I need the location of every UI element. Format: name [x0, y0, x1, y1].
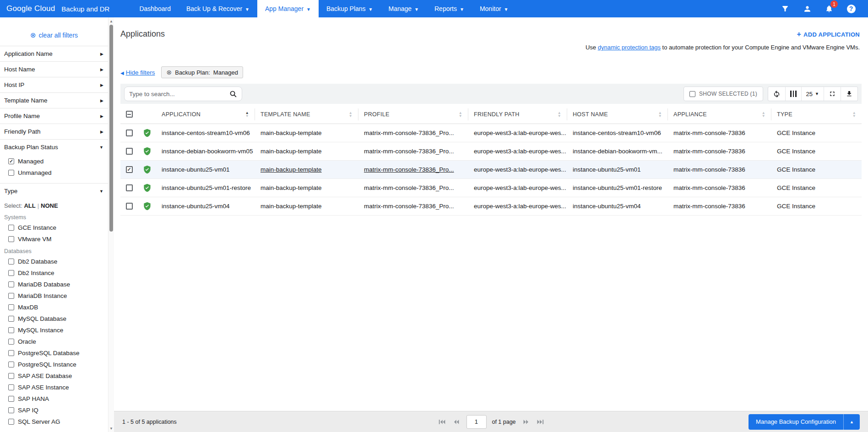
backup-plan-filter-chip[interactable]: Backup Plan: Managed	[161, 66, 243, 78]
column-header-profile[interactable]: PROFILE▲▼	[358, 108, 468, 120]
nav-item-manage[interactable]: Manage	[380, 0, 427, 17]
template-link[interactable]: main-backup-template	[260, 166, 322, 173]
sort-icons[interactable]: ▲▼	[241, 111, 249, 118]
checkbox-unmanaged[interactable]: Unmanaged	[0, 167, 108, 178]
checkbox-mysql-database[interactable]: MySQL Database	[0, 313, 108, 324]
checkbox-sap-iq[interactable]: SAP IQ	[0, 405, 108, 416]
search-input[interactable]	[129, 91, 229, 97]
search-icon[interactable]	[229, 90, 237, 98]
next-page-icon[interactable]	[521, 417, 532, 427]
table-row[interactable]: instance-ubuntu25-vm01-restore main-back…	[120, 179, 862, 197]
sort-icons[interactable]: ▲▼	[454, 111, 462, 118]
refresh-icon[interactable]	[768, 87, 785, 101]
page-number-input[interactable]	[466, 415, 486, 429]
sidebar-filter-template-name[interactable]: Template Name	[0, 92, 108, 108]
show-selected-button[interactable]: SHOW SELECTED (1)	[684, 86, 763, 101]
backup-plan-status-options: Managed Unmanaged	[0, 155, 108, 183]
page-size-select[interactable]: 25	[801, 87, 824, 101]
checkbox-db2-instance[interactable]: Db2 Instance	[0, 267, 108, 279]
manage-backup-configuration-button[interactable]: Manage Backup Configuration	[749, 414, 860, 430]
sort-icons[interactable]: ▲▼	[848, 111, 856, 118]
help-icon[interactable]: ?	[846, 4, 856, 14]
checkbox-postgresql-instance[interactable]: PostgreSQL Instance	[0, 359, 108, 370]
columns-icon[interactable]	[785, 87, 801, 101]
user-icon[interactable]	[802, 4, 812, 14]
checkbox-vmware-vm[interactable]: VMware VM	[0, 233, 108, 245]
show-selected-checkbox[interactable]	[689, 91, 695, 97]
sort-icons[interactable]: ▲▼	[344, 111, 353, 118]
fullscreen-icon[interactable]	[824, 87, 841, 101]
row-checkbox[interactable]	[126, 184, 133, 191]
clear-all-filters-button[interactable]: clear all filters	[0, 31, 108, 39]
column-header-host-name[interactable]: HOST NAME▲▼	[567, 108, 668, 120]
column-header-template-name[interactable]: TEMPLATE NAME▲▼	[255, 108, 358, 120]
chevron-up-icon[interactable]	[843, 414, 860, 430]
select-all-checkbox-cell[interactable]	[120, 108, 138, 120]
application-cell: instance-ubuntu25-vm01-restore	[156, 184, 255, 191]
row-checkbox[interactable]	[126, 148, 133, 155]
table-row[interactable]: instance-debian-bookworm-vm05 main-backu…	[120, 142, 862, 161]
nav-item-app-manager[interactable]: App Manager	[257, 0, 319, 17]
nav-item-back-up-recover[interactable]: Back Up & Recover	[179, 0, 257, 17]
notifications-icon[interactable]: 1	[824, 4, 834, 14]
checkbox-sap-ase-database[interactable]: SAP ASE Database	[0, 370, 108, 382]
column-header-friendly-path[interactable]: FRIENDLY PATH▲▼	[468, 108, 567, 120]
download-icon[interactable]	[841, 87, 857, 101]
last-page-icon[interactable]	[535, 417, 545, 427]
checkbox-maxdb[interactable]: MaxDB	[0, 302, 108, 313]
nav-item-backup-plans[interactable]: Backup Plans	[319, 0, 381, 17]
managed-checkbox[interactable]	[8, 158, 14, 164]
checkbox-managed[interactable]: Managed	[0, 156, 108, 167]
sidebar-filter-host-name[interactable]: Host Name	[0, 61, 108, 77]
checkbox-mysql-instance[interactable]: MySQL Instance	[0, 324, 108, 336]
column-header-application[interactable]: APPLICATION▲▼	[156, 108, 255, 120]
previous-page-icon[interactable]	[450, 417, 461, 427]
row-checkbox[interactable]	[126, 203, 133, 210]
select-none-link[interactable]: NONE	[41, 202, 58, 209]
checkbox-oracle[interactable]: Oracle	[0, 336, 108, 347]
profile-link[interactable]: matrix-mm-console-73836_Pro...	[364, 166, 454, 173]
checkbox-db2-database[interactable]: Db2 Database	[0, 256, 108, 267]
checkbox-sap-ase-instance[interactable]: SAP ASE Instance	[0, 382, 108, 393]
checkbox-postgresql-database[interactable]: PostgreSQL Database	[0, 347, 108, 359]
column-header-type[interactable]: TYPE▲▼	[771, 108, 862, 120]
checkbox-gce-instance[interactable]: GCE Instance	[0, 222, 108, 233]
scroll-up-arrow[interactable]	[108, 18, 114, 24]
add-application-button[interactable]: +ADD APPLICATION	[797, 30, 860, 38]
table-row[interactable]: instance-ubuntu25-vm04 main-backup-templ…	[120, 197, 862, 216]
checkbox-sql-server-ag[interactable]: SQL Server AG	[0, 416, 108, 427]
checkbox-mariadb-database[interactable]: MariaDB Database	[0, 279, 108, 290]
row-checkbox[interactable]	[126, 130, 133, 136]
sort-icons[interactable]: ▲▼	[757, 111, 765, 118]
nav-item-reports[interactable]: Reports	[427, 0, 472, 17]
hide-filters-link[interactable]: Hide filters	[120, 69, 155, 76]
first-page-icon[interactable]	[437, 417, 447, 427]
sort-icons[interactable]: ▲▼	[654, 111, 662, 118]
table-row[interactable]: instance-ubuntu25-vm01 main-backup-templ…	[120, 161, 862, 179]
sidebar-filter-profile-name[interactable]: Profile Name	[0, 108, 108, 124]
checkbox-mariadb-instance[interactable]: MariaDB Instance	[0, 290, 108, 302]
table-row[interactable]: instance-centos-stream10-vm06 main-backu…	[120, 124, 862, 142]
sidebar-filter-host-ip[interactable]: Host IP	[0, 77, 108, 92]
sidebar-scrollbar[interactable]	[108, 17, 114, 432]
filter-icon[interactable]	[780, 4, 790, 14]
remove-chip-icon[interactable]	[166, 69, 172, 76]
dynamic-protection-tags-link[interactable]: dynamic protection tags	[598, 44, 661, 51]
checkbox-sap-hana[interactable]: SAP HANA	[0, 393, 108, 405]
sort-icons[interactable]: ▲▼	[553, 111, 561, 118]
column-header-appliance[interactable]: APPLIANCE▲▼	[668, 108, 771, 120]
select-all-checkbox[interactable]	[126, 111, 133, 118]
nav-item-dashboard[interactable]: Dashboard	[131, 0, 179, 17]
sidebar-filter-friendly-path[interactable]: Friendly Path	[0, 124, 108, 139]
scrollbar-thumb[interactable]	[109, 25, 113, 232]
sidebar-filter-type[interactable]: Type	[0, 183, 108, 199]
select-all-link[interactable]: ALL	[24, 202, 35, 209]
nav-item-monitor[interactable]: Monitor	[472, 0, 516, 17]
unmanaged-checkbox[interactable]	[8, 170, 14, 176]
sidebar-filter-application-name[interactable]: Application Name	[0, 46, 108, 61]
search-box[interactable]	[124, 86, 242, 101]
sidebar-filter-backup-plan-status[interactable]: Backup Plan Status	[0, 139, 108, 155]
scroll-down-arrow[interactable]	[108, 425, 114, 432]
profile-cell: matrix-mm-console-73836_Pro...	[358, 130, 468, 136]
row-checkbox[interactable]	[126, 166, 133, 173]
